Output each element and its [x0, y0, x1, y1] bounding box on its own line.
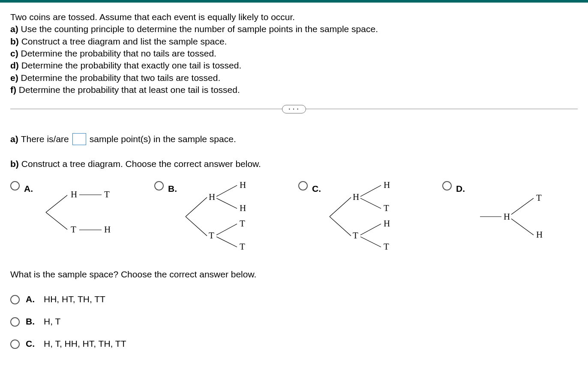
part-b-label: b)	[10, 36, 19, 46]
radio-tree-a[interactable]	[10, 181, 20, 191]
tree-diagram-a: H T T H	[37, 180, 119, 244]
tree-c-branch2: T	[353, 230, 358, 241]
tree-b-label: B.	[168, 180, 177, 197]
ss-option-a: A. HH, HT, TH, TT	[10, 291, 578, 308]
sample-space-options: A. HH, HT, TH, TT B. H, T C. H, T, HH, H…	[10, 291, 578, 352]
svg-line-7	[216, 198, 237, 208]
tree-option-a: A. H T T H	[10, 180, 146, 253]
answer-b-label: b)	[10, 155, 19, 173]
svg-line-13	[360, 198, 381, 208]
question-block: Two coins are tossed. Assume that each e…	[10, 11, 578, 96]
tree-b-leaf3: T	[240, 218, 245, 229]
part-a-label: a)	[10, 24, 18, 34]
sample-points-input[interactable]	[72, 133, 86, 145]
tree-b-leaf4: T	[240, 241, 245, 252]
tree-d-leaf2: H	[536, 229, 543, 240]
main-content: Two coins are tossed. Assume that each e…	[0, 3, 588, 352]
tree-a-leaf2: H	[104, 224, 111, 235]
svg-line-5	[186, 217, 207, 236]
radio-ss-c[interactable]	[10, 339, 20, 349]
svg-line-8	[216, 224, 237, 235]
svg-line-0	[46, 195, 67, 212]
answer-b-line: b) Construct a tree diagram. Choose the …	[10, 155, 578, 173]
part-d-text: Determine the probability that exactly o…	[19, 60, 241, 70]
question-part-c: c) Determine the probability that no tai…	[10, 48, 578, 60]
question-part-f: f) Determine the probability that at lea…	[10, 84, 578, 96]
svg-line-4	[186, 197, 207, 217]
sample-space-prompt: What is the sample space? Choose the cor…	[10, 266, 578, 283]
tree-diagram-d: H T H	[469, 180, 551, 244]
svg-line-11	[330, 217, 351, 236]
ss-option-c: C. H, T, HH, HT, TH, TT	[10, 335, 578, 352]
part-e-label: e)	[10, 73, 18, 83]
answer-section: a) There is/are sample point(s) in the s…	[10, 131, 578, 352]
svg-line-15	[360, 237, 381, 247]
ss-option-b: B. H, T	[10, 313, 578, 330]
svg-line-17	[511, 198, 534, 214]
answer-b-text: Construct a tree diagram. Choose the cor…	[21, 155, 261, 173]
svg-line-14	[360, 224, 381, 235]
radio-ss-b[interactable]	[10, 317, 20, 327]
tree-b-branch1: H	[209, 192, 215, 202]
svg-line-1	[46, 212, 67, 229]
question-part-e: e) Determine the probability that two ta…	[10, 72, 578, 84]
part-b-text: Construct a tree diagram and list the sa…	[19, 36, 227, 46]
ss-a-text: HH, HT, TH, TT	[44, 291, 105, 308]
answer-a-label: a)	[10, 131, 18, 148]
radio-tree-d[interactable]	[442, 181, 452, 191]
tree-d-leaf1: T	[536, 193, 542, 203]
tree-c-leaf4: T	[384, 241, 389, 252]
part-e-text: Determine the probability that two tails…	[18, 73, 221, 83]
tree-diagram-b: H T H H T T	[181, 180, 263, 253]
answer-a-before: There is/are	[21, 131, 69, 148]
svg-line-12	[360, 185, 381, 196]
ss-b-text: H, T	[44, 313, 60, 330]
tree-option-c: C. H T H T H T	[298, 180, 434, 253]
ss-b-label: B.	[26, 313, 38, 330]
tree-b-branch2: T	[209, 230, 214, 241]
part-d-label: d)	[10, 60, 19, 70]
svg-line-6	[216, 185, 237, 196]
question-intro: Two coins are tossed. Assume that each e…	[10, 11, 578, 23]
tree-diagram-options: A. H T T H B. H	[10, 180, 578, 253]
tree-d-label: D.	[456, 180, 465, 197]
part-f-label: f)	[10, 85, 16, 95]
tree-c-leaf3: H	[384, 218, 390, 229]
answer-a-after: sample point(s) in the sample space.	[90, 131, 236, 148]
part-a-text: Use the counting principle to determine …	[18, 24, 378, 34]
tree-a-leaf1: T	[104, 189, 110, 199]
tree-c-leaf2: T	[384, 203, 389, 213]
svg-line-9	[216, 237, 237, 247]
radio-tree-c[interactable]	[298, 181, 308, 191]
section-divider	[10, 109, 578, 109]
radio-ss-a[interactable]	[10, 295, 20, 304]
question-part-d: d) Determine the probability that exactl…	[10, 60, 578, 71]
tree-c-branch1: H	[353, 192, 359, 202]
part-c-text: Determine the probability that no tails …	[18, 48, 216, 58]
ss-a-label: A.	[26, 291, 38, 308]
question-part-b: b) Construct a tree diagram and list the…	[10, 36, 578, 48]
tree-b-leaf1: H	[240, 180, 246, 190]
part-c-label: c)	[10, 48, 18, 58]
tree-a-branch1: H	[71, 189, 77, 199]
tree-d-branch1: H	[504, 211, 510, 222]
question-part-a: a) Use the counting principle to determi…	[10, 23, 578, 35]
tree-a-label: A.	[24, 180, 33, 197]
svg-line-10	[330, 197, 351, 217]
tree-c-label: C.	[312, 180, 321, 197]
tree-option-b: B. H T H H T T	[154, 180, 290, 253]
ss-c-text: H, T, HH, HT, TH, TT	[44, 335, 126, 352]
answer-a-line: a) There is/are sample point(s) in the s…	[10, 131, 578, 148]
tree-diagram-c: H T H T H T	[325, 180, 407, 253]
part-f-text: Determine the probability that at least …	[16, 85, 240, 95]
tree-option-d: D. H T H	[442, 180, 578, 253]
expand-pill[interactable]	[282, 105, 306, 113]
svg-line-18	[511, 219, 534, 235]
tree-b-leaf2: H	[240, 203, 246, 213]
tree-c-leaf1: H	[384, 180, 390, 190]
radio-tree-b[interactable]	[154, 181, 164, 191]
tree-a-branch2: T	[71, 224, 76, 235]
ss-c-label: C.	[26, 335, 38, 352]
